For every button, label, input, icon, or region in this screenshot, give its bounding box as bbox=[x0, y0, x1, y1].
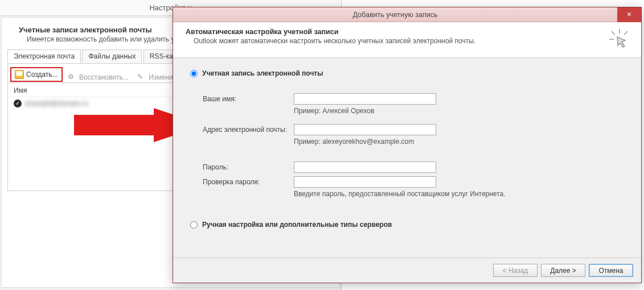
password-input[interactable] bbox=[294, 161, 436, 173]
back-button[interactable]: < Назад bbox=[493, 264, 538, 277]
wizard-title: Добавить учетную запись bbox=[173, 11, 617, 19]
wrench-icon bbox=[68, 73, 77, 82]
radio-manual-input[interactable] bbox=[190, 221, 198, 229]
name-label: Ваше имя: bbox=[203, 95, 294, 103]
radio-email-account[interactable]: Учетная запись электронной почты bbox=[190, 69, 627, 77]
add-account-dialog: Добавить учетную запись × Автоматическая… bbox=[173, 7, 642, 283]
wizard-footer: < Назад Далее > Отмена bbox=[173, 258, 641, 283]
radio-auto-input[interactable] bbox=[190, 70, 198, 77]
password2-input[interactable] bbox=[294, 176, 436, 188]
next-button[interactable]: Далее > bbox=[541, 264, 585, 277]
restore-label: Восстановить... bbox=[79, 73, 129, 81]
account-address: example@domain.ru bbox=[25, 100, 88, 107]
pencil-icon bbox=[137, 73, 146, 82]
restore-account-button[interactable]: Восстановить... bbox=[64, 71, 132, 84]
name-input[interactable] bbox=[294, 93, 436, 105]
email-input[interactable] bbox=[294, 124, 436, 135]
cancel-button[interactable]: Отмена bbox=[589, 264, 633, 277]
password-hint: Введите пароль, предоставленный поставщи… bbox=[294, 190, 627, 198]
email-label: Адрес электронной почты: bbox=[203, 126, 294, 134]
wizard-titlebar: Добавить учетную запись × bbox=[173, 7, 641, 22]
radio-manual-setup[interactable]: Ручная настройка или дополнительные типы… bbox=[190, 221, 627, 229]
radio-auto-label: Учетная запись электронной почты bbox=[202, 69, 323, 77]
cursor-click-icon bbox=[608, 28, 631, 51]
close-button[interactable]: × bbox=[617, 7, 641, 22]
mail-icon bbox=[15, 70, 24, 79]
radio-manual-label: Ручная настройка или дополнительные типы… bbox=[202, 221, 392, 229]
default-check-icon: ✓ bbox=[14, 100, 22, 107]
svg-line-2 bbox=[612, 31, 615, 35]
tab-email[interactable]: Электронная почта bbox=[7, 49, 81, 63]
close-icon: × bbox=[627, 10, 631, 19]
create-account-button[interactable]: Создать... bbox=[10, 67, 63, 82]
wizard-header: Автоматическая настройка учетной записи … bbox=[173, 22, 641, 58]
wizard-body: Учетная запись электронной почты Ваше им… bbox=[173, 58, 641, 258]
create-label: Создать... bbox=[26, 71, 58, 78]
password2-label: Проверка пароля: bbox=[203, 178, 294, 186]
wizard-subheading: Outlook может автоматически настроить не… bbox=[194, 37, 608, 45]
account-form: Ваше имя: Пример: Алексей Орехов Адрес э… bbox=[203, 92, 627, 198]
tab-data-files[interactable]: Файлы данных bbox=[82, 49, 142, 63]
email-hint: Пример: alexeyorekhov@example.com bbox=[294, 138, 627, 146]
wizard-heading: Автоматическая настройка учетной записи bbox=[186, 28, 608, 36]
password-label: Пароль: bbox=[203, 163, 294, 171]
name-hint: Пример: Алексей Орехов bbox=[294, 107, 627, 115]
svg-line-3 bbox=[624, 31, 627, 35]
